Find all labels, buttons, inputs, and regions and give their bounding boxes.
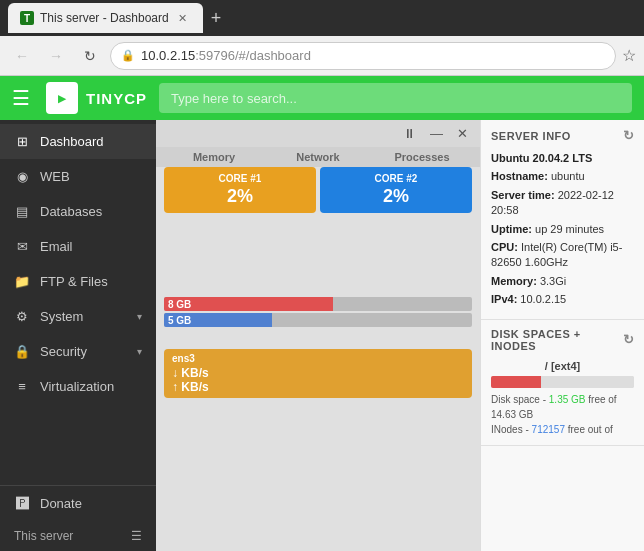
close-panel-button[interactable]: ✕ <box>453 124 472 143</box>
browser-tab[interactable]: T This server - Dashboard ✕ <box>8 3 203 33</box>
tab-title: This server - Dashboard <box>40 11 169 25</box>
sidebar-label-donate: Donate <box>40 496 82 511</box>
security-icon: 🔒 <box>121 49 135 62</box>
topnav: ☰ ▶ TINYCP <box>0 76 644 120</box>
memory-used-fill: 8 GB <box>164 297 333 311</box>
servertime-info: Server time: 2022-02-12 20:58 <box>491 188 634 219</box>
disk-space-info: Disk space - 1.35 GB free of 14.63 GB <box>491 392 634 422</box>
new-tab-button[interactable]: + <box>211 8 222 29</box>
memory-cached-bar: 5 GB <box>164 313 472 327</box>
security-chevron-icon: ▾ <box>137 346 142 357</box>
virtualization-icon: ≡ <box>14 379 30 394</box>
memory-bars: 8 GB 5 GB <box>156 293 480 333</box>
donate-icon: 🅿 <box>14 496 30 511</box>
hamburger-button[interactable]: ☰ <box>12 86 30 110</box>
memory-info: Memory: 3.3Gi <box>491 274 634 289</box>
col-processes: Processes <box>372 151 472 163</box>
browser-toolbar: ← → ↻ 🔒 10.0.2.15:59796/#/dashboard ☆ <box>0 36 644 76</box>
memory-cached-label: 5 GB <box>168 315 191 326</box>
main-layout: ⊞ Dashboard ◉ WEB ▤ Databases ✉ Email 📁 … <box>0 120 644 551</box>
sidebar-label-databases: Databases <box>40 204 102 219</box>
browser-titlebar: T This server - Dashboard ✕ + <box>0 0 644 36</box>
sidebar-item-virtualization[interactable]: ≡ Virtualization <box>0 369 156 404</box>
network-interface-label: ens3 <box>172 353 464 364</box>
email-icon: ✉ <box>14 239 30 254</box>
core1-pct: 2% <box>172 186 308 207</box>
back-button[interactable]: ← <box>8 42 36 70</box>
app-container: ☰ ▶ TINYCP ⊞ Dashboard ◉ WEB ▤ D <box>0 76 644 551</box>
server-info-header: SERVER INFO ↻ <box>491 128 634 143</box>
ipv4-info: IPv4: 10.0.2.15 <box>491 292 634 307</box>
server-name: This server <box>14 529 73 543</box>
network-section: ens3 ↓ KB/s ↑ KB/s <box>156 345 480 402</box>
sidebar: ⊞ Dashboard ◉ WEB ▤ Databases ✉ Email 📁 … <box>0 120 156 551</box>
databases-icon: ▤ <box>14 204 30 219</box>
sidebar-item-web[interactable]: ◉ WEB <box>0 159 156 194</box>
core1-label: CORE #1 <box>172 173 308 184</box>
address-bar[interactable]: 🔒 10.0.2.15:59796/#/dashboard <box>110 42 616 70</box>
logo-text: TINYCP <box>86 90 147 107</box>
monitor-column-headers: Memory Network Processes <box>156 147 480 167</box>
server-menu-icon[interactable]: ☰ <box>131 529 142 543</box>
system-chevron-icon: ▾ <box>137 311 142 322</box>
memory-cached-fill: 5 GB <box>164 313 272 327</box>
right-panel: SERVER INFO ↻ Ubuntu 20.04.2 LTS Hostnam… <box>480 120 644 551</box>
network-up-speed: ↑ KB/s <box>172 380 464 394</box>
security-sidebar-icon: 🔒 <box>14 344 30 359</box>
sidebar-item-email[interactable]: ✉ Email <box>0 229 156 264</box>
sidebar-item-security[interactable]: 🔒 Security ▾ <box>0 334 156 369</box>
disk-info-title: DISK SPACES + INODES <box>491 328 623 352</box>
dashboard-panel: ⏸ — ✕ Memory Network Processes CORE #1 2… <box>156 120 480 551</box>
network-down-speed: ↓ KB/s <box>172 366 464 380</box>
bookmark-button[interactable]: ☆ <box>622 46 636 65</box>
server-info-section: SERVER INFO ↻ Ubuntu 20.04.2 LTS Hostnam… <box>481 120 644 320</box>
ftp-icon: 📁 <box>14 274 30 289</box>
pause-button[interactable]: ⏸ <box>399 124 420 143</box>
logo-area: ▶ TINYCP <box>46 82 147 114</box>
col-network: Network <box>268 151 368 163</box>
sidebar-label-virtualization: Virtualization <box>40 379 114 394</box>
reload-button[interactable]: ↻ <box>76 42 104 70</box>
sidebar-item-ftp[interactable]: 📁 FTP & Files <box>0 264 156 299</box>
cpu-core2-card: CORE #2 2% <box>320 167 472 213</box>
sidebar-item-system[interactable]: ⚙ System ▾ <box>0 299 156 334</box>
partition-label: / [ext4] <box>491 360 634 372</box>
web-icon: ◉ <box>14 169 30 184</box>
disk-info-header: DISK SPACES + INODES ↻ <box>491 328 634 352</box>
memory-used-label: 8 GB <box>168 299 191 310</box>
disk-free-fill <box>541 376 634 388</box>
server-info-title: SERVER INFO <box>491 130 571 142</box>
cpu-info: CPU: Intel(R) Core(TM) i5-82650 1.60GHz <box>491 240 634 271</box>
sidebar-label-ftp: FTP & Files <box>40 274 108 289</box>
disk-info-section: DISK SPACES + INODES ↻ / [ext4] Disk spa… <box>481 320 644 446</box>
search-input[interactable] <box>159 83 632 113</box>
network-card: ens3 ↓ KB/s ↑ KB/s <box>164 349 472 398</box>
disk-usage-bar <box>491 376 634 388</box>
uptime-info: Uptime: up 29 minutes <box>491 222 634 237</box>
sidebar-item-donate[interactable]: 🅿 Donate <box>0 486 156 521</box>
tab-close-button[interactable]: ✕ <box>175 10 191 26</box>
hostname-info: Hostname: ubuntu <box>491 169 634 184</box>
disk-info-refresh-button[interactable]: ↻ <box>623 332 635 347</box>
inode-info: INodes - 712157 free out of <box>491 422 634 437</box>
os-info: Ubuntu 20.04.2 LTS <box>491 151 634 166</box>
cpu-core1-card: CORE #1 2% <box>164 167 316 213</box>
sidebar-label-dashboard: Dashboard <box>40 134 104 149</box>
sidebar-label-system: System <box>40 309 83 324</box>
sidebar-server-info: This server ☰ <box>0 521 156 551</box>
panel-header: ⏸ — ✕ <box>156 120 480 147</box>
cpu-cards: CORE #1 2% CORE #2 2% <box>156 167 480 213</box>
sidebar-bottom: 🅿 Donate This server ☰ <box>0 485 156 551</box>
sidebar-label-security: Security <box>40 344 87 359</box>
logo-box: ▶ <box>46 82 78 114</box>
system-icon: ⚙ <box>14 309 30 324</box>
minimize-button[interactable]: — <box>426 124 447 143</box>
sidebar-label-email: Email <box>40 239 73 254</box>
dashboard-icon: ⊞ <box>14 134 30 149</box>
sidebar-item-databases[interactable]: ▤ Databases <box>0 194 156 229</box>
forward-button[interactable]: → <box>42 42 70 70</box>
core2-label: CORE #2 <box>328 173 464 184</box>
server-info-refresh-button[interactable]: ↻ <box>623 128 635 143</box>
address-text: 10.0.2.15:59796/#/dashboard <box>141 48 311 63</box>
sidebar-item-dashboard[interactable]: ⊞ Dashboard <box>0 124 156 159</box>
